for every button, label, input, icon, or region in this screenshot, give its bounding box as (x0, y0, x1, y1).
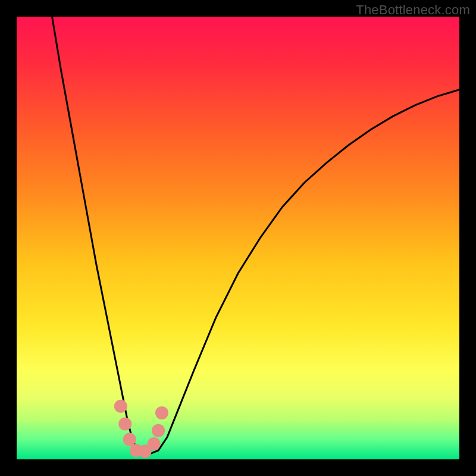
curve-marker (118, 417, 131, 430)
curve-marker (148, 437, 161, 450)
watermark-text: TheBottleneck.com (356, 2, 470, 18)
curve-marker (114, 400, 127, 413)
chart-frame: TheBottleneck.com (0, 0, 476, 476)
curve-marker (155, 406, 168, 419)
chart-background (17, 17, 459, 459)
curve-marker (123, 433, 136, 446)
bottleneck-chart (17, 17, 459, 459)
curve-marker (152, 424, 165, 437)
